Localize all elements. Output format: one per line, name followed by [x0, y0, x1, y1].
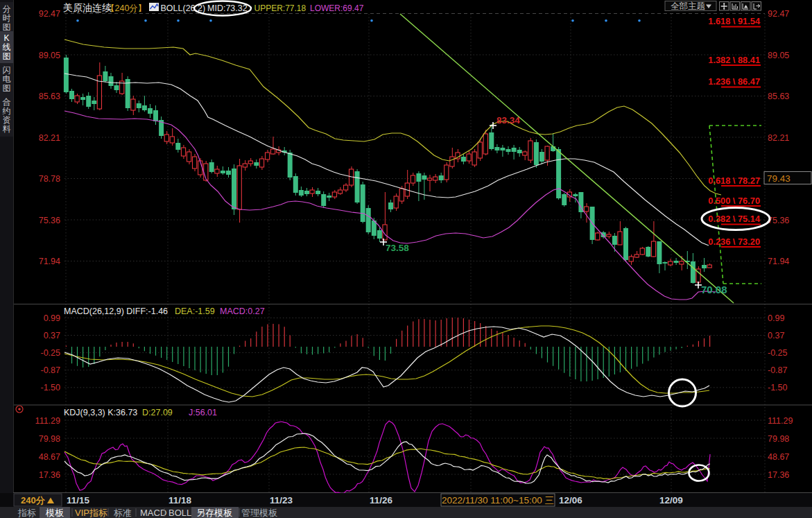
svg-text:资: 资	[3, 115, 11, 125]
svg-text:UPPER:77.18: UPPER:77.18	[254, 3, 306, 13]
svg-text:11/26: 11/26	[370, 495, 393, 506]
svg-text:0.99: 0.99	[768, 313, 784, 323]
svg-text:82.21: 82.21	[39, 133, 60, 143]
svg-text:48.67: 48.67	[768, 452, 789, 462]
svg-text:DEA:-1.59: DEA:-1.59	[175, 307, 215, 316]
svg-text:111.29: 111.29	[35, 416, 60, 426]
svg-text:75.36: 75.36	[39, 216, 60, 225]
svg-text:料: 料	[3, 124, 11, 134]
svg-text:分: 分	[3, 4, 11, 14]
svg-text:17.36: 17.36	[768, 470, 789, 480]
svg-text:11/15: 11/15	[67, 495, 90, 506]
svg-text:85.63: 85.63	[39, 92, 60, 101]
svg-text:-1.50: -1.50	[41, 383, 61, 392]
svg-text:模板: 模板	[45, 508, 64, 518]
svg-text:【240分】: 【240分】	[106, 3, 146, 13]
svg-text:240分: 240分	[21, 495, 46, 506]
svg-text:0.99: 0.99	[44, 313, 60, 323]
svg-text:0.500 \ 76.70: 0.500 \ 76.70	[708, 196, 760, 206]
svg-text:-0.25: -0.25	[768, 348, 788, 358]
svg-text:图: 图	[3, 22, 11, 32]
svg-text:79.43: 79.43	[767, 173, 791, 184]
svg-text:12/09: 12/09	[659, 495, 683, 506]
svg-text:17.36: 17.36	[39, 470, 60, 480]
svg-text:VIP指标: VIP指标	[75, 508, 107, 518]
svg-text:92.47: 92.47	[768, 9, 789, 19]
svg-text:J:56.01: J:56.01	[189, 408, 217, 417]
svg-text:图: 图	[3, 51, 11, 61]
svg-text:-0.87: -0.87	[41, 365, 61, 375]
svg-text:LOWER:69.47: LOWER:69.47	[310, 3, 364, 13]
svg-text:79.98: 79.98	[768, 434, 789, 444]
svg-text:78.78: 78.78	[39, 174, 60, 184]
svg-text:K: K	[3, 33, 9, 43]
svg-text:BOLL: BOLL	[169, 508, 191, 518]
svg-text:1.382 \ 88.41: 1.382 \ 88.41	[708, 55, 760, 65]
svg-text:70.08: 70.08	[701, 284, 727, 295]
svg-text:闪: 闪	[3, 65, 11, 75]
svg-text:85.63: 85.63	[768, 92, 789, 101]
svg-text:全部主题: 全部主题	[671, 1, 705, 11]
svg-text:82.21: 82.21	[768, 133, 789, 143]
svg-text:MID:73.32: MID:73.32	[207, 3, 248, 13]
svg-text:89.05: 89.05	[768, 51, 789, 60]
svg-text:75.36: 75.36	[768, 216, 789, 225]
svg-text:11/23: 11/23	[270, 495, 293, 506]
svg-text:MACD(26,12,9) DIFF:-1.46: MACD(26,12,9) DIFF:-1.46	[64, 307, 168, 316]
svg-text:约: 约	[3, 106, 11, 116]
svg-text:79.98: 79.98	[39, 434, 60, 444]
svg-text:73.58: 73.58	[386, 243, 409, 253]
svg-text:-1.50: -1.50	[768, 383, 788, 392]
svg-text:71.94: 71.94	[768, 257, 789, 266]
svg-text:另存模板: 另存模板	[196, 508, 232, 518]
svg-text:-0.87: -0.87	[768, 365, 788, 375]
svg-text:D:27.09: D:27.09	[142, 408, 173, 417]
svg-text:0.382 \ 75.14: 0.382 \ 75.14	[708, 214, 761, 224]
svg-text:MACD:0.27: MACD:0.27	[220, 307, 265, 316]
svg-text:2022/11/30 11:00~15:00 三: 2022/11/30 11:00~15:00 三	[442, 495, 554, 506]
svg-text:83.34: 83.34	[496, 115, 520, 126]
svg-text:111.29: 111.29	[768, 416, 793, 426]
svg-text:0.236 \ 73.20: 0.236 \ 73.20	[708, 236, 760, 247]
svg-text:92.47: 92.47	[39, 9, 60, 19]
svg-text:0.618 \ 78.27: 0.618 \ 78.27	[708, 175, 760, 186]
svg-text:12/06: 12/06	[559, 495, 582, 506]
svg-text:KDJ(9,3,3) K:36.73: KDJ(9,3,3) K:36.73	[64, 408, 137, 417]
svg-text:-0.25: -0.25	[41, 348, 61, 358]
svg-text:71.94: 71.94	[39, 257, 60, 266]
svg-text:11/18: 11/18	[169, 495, 192, 506]
svg-text:指标: 指标	[17, 508, 36, 518]
svg-text:0.37: 0.37	[44, 331, 60, 340]
svg-text:线: 线	[3, 42, 11, 52]
svg-text:时: 时	[3, 13, 11, 23]
svg-text:合: 合	[3, 97, 11, 107]
svg-text:0.37: 0.37	[768, 331, 784, 340]
svg-text:标准: 标准	[114, 508, 132, 518]
svg-text:MACD: MACD	[140, 508, 166, 518]
svg-text:管理模板: 管理模板	[241, 508, 277, 518]
svg-text:1.236 \ 86.47: 1.236 \ 86.47	[708, 76, 760, 87]
svg-text:美原油连续: 美原油连续	[63, 2, 112, 13]
svg-text:89.05: 89.05	[39, 51, 60, 60]
svg-text:电: 电	[3, 74, 11, 84]
svg-text:48.67: 48.67	[39, 452, 60, 462]
svg-text:1.618 \ 91.54: 1.618 \ 91.54	[708, 16, 761, 26]
svg-text:图: 图	[3, 83, 11, 93]
